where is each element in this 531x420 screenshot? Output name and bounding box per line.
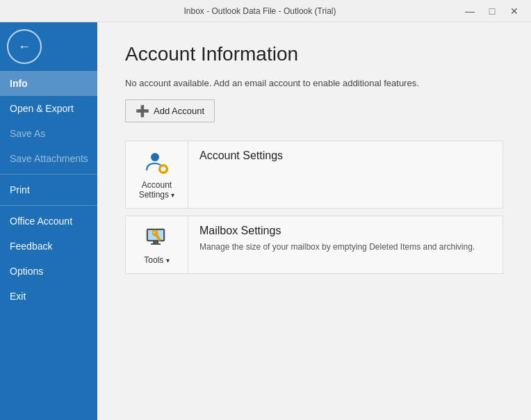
mailbox-settings-desc: Manage the size of your mailbox by empty… [199,241,491,253]
back-icon: ← [18,40,31,54]
account-settings-card-label: Account Settings ▾ [130,180,183,200]
sidebar-divider-1 [0,174,97,175]
close-button[interactable]: ✕ [503,3,525,19]
sidebar-item-feedback[interactable]: Feedback [0,234,97,259]
account-settings-icon [144,150,170,176]
svg-rect-3 [163,164,164,166]
account-settings-card-text: Account Settings [188,141,503,175]
svg-rect-5 [158,168,161,170]
tools-icon [144,225,170,251]
titlebar-title: Inbox - Outlook Data File - Outlook (Tri… [61,6,459,16]
account-settings-button[interactable]: Account Settings ▾ [126,141,188,208]
svg-point-0 [151,153,159,161]
sidebar-item-office-account[interactable]: Office Account [0,209,97,234]
sidebar-divider-2 [0,205,97,206]
tools-card-label: Tools ▾ [144,255,169,265]
svg-rect-4 [163,172,164,174]
maximize-button[interactable]: □ [481,3,503,19]
titlebar: Inbox - Outlook Data File - Outlook (Tri… [0,0,531,22]
svg-point-2 [161,167,165,172]
content-area: Account Information No account available… [97,22,531,420]
sidebar-item-info[interactable]: Info [0,71,97,96]
titlebar-controls: — □ ✕ [459,3,525,19]
svg-rect-14 [151,243,161,245]
mailbox-settings-card-text: Mailbox Settings Manage the size of your… [188,216,503,261]
sidebar-nav: Info Open & Export Save As Save Attachme… [0,71,97,420]
back-button[interactable]: ← [7,29,42,64]
svg-rect-6 [166,168,168,170]
add-icon: ➕ [136,104,149,118]
minimize-button[interactable]: — [459,3,481,19]
mailbox-settings-card: Tools ▾ Mailbox Settings Manage the size… [125,216,503,274]
sidebar-item-exit[interactable]: Exit [0,284,97,309]
sidebar-item-print[interactable]: Print [0,177,97,202]
content-notice: No account available. Add an email accou… [125,78,503,88]
sidebar-item-save-attachments: Save Attachments [0,146,97,171]
mailbox-settings-title: Mailbox Settings [199,225,491,237]
add-account-label: Add Account [154,106,204,116]
sidebar-item-open-export[interactable]: Open & Export [0,96,97,121]
account-settings-card: Account Settings ▾ Account Settings [125,140,503,209]
sidebar-item-save-as: Save As [0,121,97,146]
sidebar: ← Info Open & Export Save As Save Attach… [0,22,97,420]
svg-rect-13 [153,241,158,243]
page-title: Account Information [125,43,503,65]
tools-button[interactable]: Tools ▾ [126,216,188,273]
account-settings-title: Account Settings [199,150,491,162]
add-account-button[interactable]: ➕ Add Account [125,99,215,122]
app-body: ← Info Open & Export Save As Save Attach… [0,22,531,420]
sidebar-item-options[interactable]: Options [0,259,97,284]
